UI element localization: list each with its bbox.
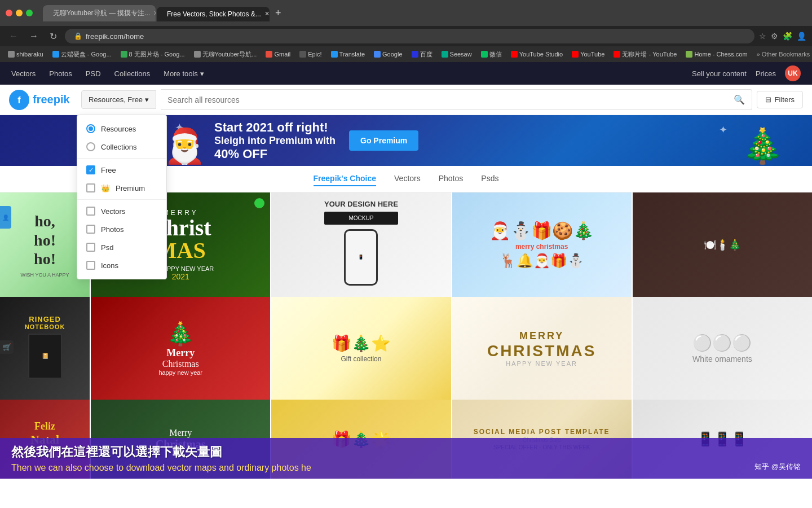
tab-bar: 无聊Youtuber导航 — 摸摸专注... ✕ Free Vectors, S… <box>0 0 812 26</box>
bookmark-yt[interactable]: YouTube <box>568 50 608 59</box>
tab-2-close[interactable]: ✕ <box>264 10 270 17</box>
window-controls <box>6 10 33 16</box>
bottom-section: Feliz Natal 🎄 Merry Christmas 🎁🎄🌟 SOCIAL… <box>0 400 812 479</box>
tab-1-title: 无聊Youtuber导航 — 摸摸专注... <box>53 8 150 18</box>
search-button[interactable]: 🔍 <box>727 90 752 110</box>
search-input[interactable] <box>161 91 727 109</box>
bookmark-wechat[interactable]: 微信 <box>478 49 505 60</box>
image-panel-7[interactable]: 🎄 Merry Christmas happy new year <box>91 297 270 400</box>
bookmark-nopicyt[interactable]: 无聊片場 - YouTube <box>610 49 680 60</box>
search-type-dropdown[interactable]: Resources, Free ▾ <box>81 90 156 109</box>
dropdown-divider-1 <box>77 158 166 159</box>
search-type-label: Resources, Free <box>89 95 143 104</box>
back-button[interactable]: ← <box>6 30 21 42</box>
side-user-button[interactable]: 👤 <box>0 206 11 229</box>
image-panel-5[interactable]: 🍽️🕯️🎄 <box>633 192 812 297</box>
user-avatar[interactable]: UK <box>785 65 801 81</box>
bookmark-label: Seesaw <box>450 51 472 58</box>
image-panel-8[interactable]: 🎁🎄⭐ Gift collection <box>271 297 451 400</box>
bookmark-yt-studio[interactable]: YouTube Studio <box>508 50 566 59</box>
bookmark-favicon <box>412 51 418 58</box>
dropdown-label-free: Free <box>101 166 116 174</box>
dropdown-label-premium: Premium <box>116 184 145 192</box>
bookmark-shibaraku[interactable]: shibaraku <box>5 50 47 59</box>
nav-more-tools[interactable]: More tools ▾ <box>164 67 204 80</box>
bookmark-favicon <box>52 51 59 58</box>
bookmark-icon[interactable]: ☆ <box>759 32 766 41</box>
nav-vectors[interactable]: Vectors <box>11 67 36 80</box>
dropdown-divider-2 <box>77 199 166 200</box>
tab-1[interactable]: 无聊Youtuber导航 — 摸摸专注... ✕ <box>43 5 156 21</box>
nav-collections[interactable]: Collections <box>114 67 151 80</box>
dropdown-item-vectors[interactable]: Vectors <box>77 202 166 220</box>
bookmark-baidu[interactable]: 百度 <box>408 49 436 60</box>
dropdown-item-resources[interactable]: Resources <box>77 120 166 138</box>
prices-link[interactable]: Prices <box>756 69 776 78</box>
bookmark-epic[interactable]: Epic! <box>296 50 325 59</box>
nav-photos[interactable]: Photos <box>49 67 72 80</box>
dropdown-item-psd[interactable]: Psd <box>77 238 166 256</box>
bookmark-favicon <box>8 51 15 58</box>
tabs-container: 无聊Youtuber导航 — 摸摸专注... ✕ Free Vectors, S… <box>43 5 806 21</box>
dropdown-item-icons[interactable]: Icons <box>77 256 166 274</box>
tab-2[interactable]: Free Vectors, Stock Photos &... ✕ <box>157 7 270 21</box>
bookmark-favicon <box>299 51 306 58</box>
subtitle-overlay: 然後我們在這裡還可以選擇下載矢量圖 Then we can also choos… <box>0 438 812 479</box>
image-panel-9[interactable]: MERRY CHRISTMAS HAPPY NEW YEAR <box>452 297 632 400</box>
bookmark-google[interactable]: Google <box>370 50 405 59</box>
image-panel-10[interactable]: ⚪⚪⚪ White ornaments <box>633 297 812 400</box>
image-5-content: 🍽️🕯️🎄 <box>633 192 812 297</box>
go-premium-button[interactable]: Go Premium <box>349 130 418 151</box>
banner-left-character: 🎅 <box>164 126 206 166</box>
bookmark-favicon <box>194 51 201 58</box>
extensions-icon[interactable]: 🧩 <box>783 32 792 41</box>
tab-1-close[interactable]: ✕ <box>153 10 156 17</box>
bookmark-label: 无聊片場 - YouTube <box>622 50 677 59</box>
bookmark-drive[interactable]: 云端硬盘 - Goog... <box>49 49 115 60</box>
star-decoration-3: ✦ <box>719 124 727 136</box>
minimize-dot[interactable] <box>16 10 23 16</box>
bookmark-youtube[interactable]: 无聊Youtuber导航... <box>191 49 261 60</box>
image-10-content: ⚪⚪⚪ White ornaments <box>688 329 757 368</box>
bookmark-favicon <box>686 51 692 58</box>
tab-freepik-choice[interactable]: Freepik's Choice <box>314 172 376 186</box>
bookmark-translate[interactable]: Translate <box>328 50 368 59</box>
radio-collections <box>86 142 95 151</box>
nav-psd[interactable]: PSD <box>86 67 101 80</box>
bookmark-seesaw[interactable]: Seesaw <box>438 50 475 59</box>
address-bar: ← → ↻ 🔒 freepik.com/home ☆ ⚙ 🧩 👤 <box>0 26 812 46</box>
settings-icon[interactable]: ⚙ <box>771 32 778 41</box>
bookmark-favicon <box>374 51 381 58</box>
bookmark-nopic[interactable]: 8 无图片场 - Goog... <box>117 49 188 60</box>
refresh-button[interactable]: ↻ <box>46 30 60 43</box>
tab-vectors[interactable]: Vectors <box>394 172 421 186</box>
tab-photos[interactable]: Photos <box>439 172 464 186</box>
image-panel-3[interactable]: YOUR DESIGN HERE MOCKUP 📱 <box>271 192 451 297</box>
dropdown-label-collections: Collections <box>101 143 137 151</box>
new-tab-button[interactable]: + <box>271 5 286 21</box>
filter-button[interactable]: ⊟ Filters <box>757 91 803 108</box>
tab-psds[interactable]: Psds <box>481 172 498 186</box>
address-input[interactable]: 🔒 freepik.com/home <box>65 29 754 43</box>
sell-link[interactable]: Sell your content <box>692 69 747 78</box>
dropdown-item-photos[interactable]: Photos <box>77 220 166 238</box>
bookmark-chess[interactable]: Home - Chess.com <box>682 50 751 59</box>
image-panel-4[interactable]: 🎅⛄🎁🍪🎄 merry christmas 🦌🔔🎅🎁⛄ <box>452 192 632 297</box>
image-4-content: 🎅⛄🎁🍪🎄 merry christmas 🦌🔔🎅🎁⛄ <box>486 217 597 272</box>
site-logo[interactable]: f freepik <box>9 90 77 110</box>
checkbox-icons <box>86 261 95 270</box>
dropdown-item-collections[interactable]: Collections <box>77 138 166 156</box>
dropdown-item-free[interactable]: ✓ Free <box>77 161 166 179</box>
forward-button[interactable]: → <box>26 30 42 42</box>
maximize-dot[interactable] <box>26 10 33 16</box>
bookmark-label: YouTube <box>580 51 604 58</box>
dropdown-item-premium[interactable]: 👑 Premium <box>77 179 166 197</box>
cart-button[interactable]: 🛒 <box>0 340 14 354</box>
bookmark-label: 微信 <box>489 50 502 59</box>
profile-icon[interactable]: 👤 <box>797 32 806 41</box>
checkbox-photos <box>86 225 95 234</box>
bookmark-more[interactable]: » Other Bookmarks <box>753 50 812 59</box>
close-dot[interactable] <box>6 10 12 16</box>
bookmark-gmail[interactable]: Gmail <box>262 50 294 59</box>
logo-text: freepik <box>33 93 70 106</box>
